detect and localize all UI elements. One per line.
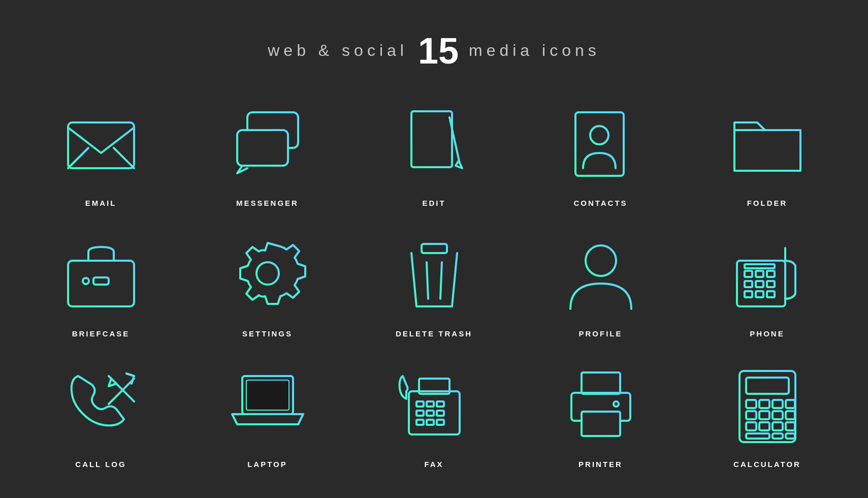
svg-rect-50 <box>745 291 752 297</box>
delete-trash-icon <box>389 228 480 319</box>
svg-rect-53 <box>745 264 775 268</box>
messenger-icon <box>222 97 313 189</box>
svg-rect-70 <box>427 420 434 425</box>
svg-rect-82 <box>746 400 756 408</box>
messenger-label: MESSENGER <box>236 199 299 207</box>
printer-icon <box>555 358 647 450</box>
svg-rect-68 <box>437 411 444 416</box>
svg-rect-44 <box>745 271 752 277</box>
svg-rect-38 <box>422 244 447 253</box>
svg-rect-45 <box>756 271 763 277</box>
svg-rect-72 <box>582 372 620 394</box>
call-log-icon <box>55 358 147 450</box>
svg-rect-95 <box>773 433 783 439</box>
svg-line-55 <box>126 374 134 376</box>
contacts-label: CONTACTS <box>573 199 627 207</box>
title-pre: web & social <box>268 41 408 60</box>
icon-cell-profile: PROFILE <box>533 228 669 338</box>
email-label: EMAIL <box>85 199 117 207</box>
svg-rect-83 <box>759 400 769 408</box>
icon-cell-messenger: MESSENGER <box>200 97 336 207</box>
folder-label: FOLDER <box>747 199 788 207</box>
edit-label: EDIT <box>422 199 445 207</box>
svg-line-56 <box>109 379 134 404</box>
svg-rect-52 <box>767 291 775 297</box>
briefcase-icon <box>55 228 147 319</box>
svg-rect-91 <box>759 422 769 430</box>
calculator-icon <box>722 358 813 450</box>
svg-rect-63 <box>416 401 424 407</box>
icon-cell-printer: PRINTER <box>533 358 669 469</box>
svg-rect-58 <box>246 380 289 410</box>
svg-rect-85 <box>786 400 795 408</box>
icon-cell-call-log: CALL LOG <box>33 358 169 469</box>
svg-point-79 <box>614 401 619 407</box>
icons-grid: EMAIL MESSENGER <box>33 97 835 469</box>
title-post: media icons <box>469 41 600 60</box>
icon-cell-fax: FAX <box>366 358 502 469</box>
profile-label: PROFILE <box>578 329 622 338</box>
delete-trash-label: DELETE TRASH <box>396 329 472 338</box>
icon-cell-phone: PHONE <box>699 228 835 338</box>
svg-rect-71 <box>437 420 444 425</box>
icon-cell-settings: SETTINGS <box>200 228 336 338</box>
folder-icon <box>722 97 813 189</box>
svg-point-29 <box>590 126 608 144</box>
briefcase-label: BRIEFCASE <box>72 329 130 338</box>
profile-icon <box>555 228 647 319</box>
phone-icon <box>722 228 813 319</box>
svg-rect-76 <box>582 412 620 436</box>
svg-rect-88 <box>773 411 783 419</box>
icon-cell-briefcase: BRIEFCASE <box>33 228 169 338</box>
printer-label: PRINTER <box>578 460 623 469</box>
svg-rect-64 <box>427 401 434 407</box>
call-log-label: CALL LOG <box>75 460 126 469</box>
settings-label: SETTINGS <box>242 329 293 338</box>
svg-rect-65 <box>437 401 444 407</box>
fax-icon <box>389 358 480 450</box>
title-number: 15 <box>418 30 459 72</box>
svg-line-2 <box>114 148 134 168</box>
svg-rect-49 <box>767 281 775 287</box>
svg-rect-93 <box>786 422 795 430</box>
svg-line-39 <box>427 262 428 299</box>
svg-rect-86 <box>746 411 756 419</box>
settings-icon <box>222 228 313 319</box>
icon-cell-contacts: CONTACTS <box>533 97 669 207</box>
svg-rect-96 <box>786 433 795 439</box>
icon-cell-folder: FOLDER <box>699 97 835 207</box>
svg-point-42 <box>586 245 616 276</box>
svg-rect-46 <box>767 271 775 277</box>
icon-cell-laptop: LAPTOP <box>200 358 336 469</box>
icon-cell-edit: EDIT <box>366 97 502 207</box>
svg-rect-87 <box>759 411 769 419</box>
svg-rect-47 <box>745 281 752 287</box>
phone-label: PHONE <box>750 329 784 338</box>
svg-rect-66 <box>416 411 424 416</box>
svg-rect-67 <box>427 411 434 416</box>
svg-line-54 <box>109 376 134 401</box>
svg-rect-81 <box>746 378 789 394</box>
calculator-label: CALCULATOR <box>733 460 801 469</box>
svg-rect-84 <box>773 400 783 408</box>
svg-line-41 <box>440 262 442 299</box>
laptop-label: LAPTOP <box>247 460 287 469</box>
page-title: web & social 15 media icons <box>268 30 600 72</box>
edit-icon <box>389 97 480 189</box>
icon-cell-delete-trash: DELETE TRASH <box>366 228 502 338</box>
svg-marker-22 <box>456 161 462 168</box>
laptop-icon <box>222 358 313 450</box>
fax-label: FAX <box>424 460 443 469</box>
svg-rect-51 <box>756 291 763 297</box>
svg-rect-48 <box>756 281 763 287</box>
svg-rect-69 <box>416 420 424 425</box>
svg-point-36 <box>256 262 279 285</box>
contacts-icon <box>555 97 647 189</box>
svg-rect-34 <box>93 277 109 285</box>
svg-rect-92 <box>773 422 783 430</box>
svg-rect-94 <box>746 433 769 439</box>
svg-rect-90 <box>746 422 756 430</box>
svg-rect-89 <box>786 411 795 419</box>
icon-cell-calculator: CALCULATOR <box>699 358 835 469</box>
